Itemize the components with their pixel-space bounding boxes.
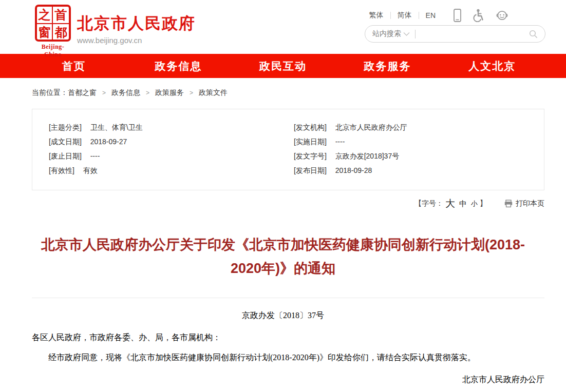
meta-value: 卫生、体育\卫生 (90, 123, 143, 131)
meta-value: 2018-09-27 (90, 138, 127, 146)
meta-row-issuing-body: [发文机构] 北京市人民政府办公厅 (294, 123, 539, 132)
breadcrumb-separator: > (146, 89, 149, 96)
divider (415, 30, 416, 38)
search-icon (529, 30, 538, 38)
meta-value: ---- (335, 138, 345, 146)
lang-link-traditional[interactable]: 繁体 (363, 11, 390, 20)
meta-label: [发文机构] (294, 123, 327, 131)
meta-row-publish-date: [发布日期] 2018-09-28 (294, 166, 539, 175)
font-size-small-button[interactable]: 小 (471, 199, 478, 208)
meta-row-written-date: [成文日期] 2018-09-27 (49, 138, 294, 146)
doc-number: 京政办发〔2018〕37号 (0, 310, 566, 321)
seal-char: 窗 (37, 24, 53, 41)
site-header: 之 首 窗 都 Beijing-China 北京市人民政府 www.beijin… (0, 0, 566, 54)
breadcrumb-item-policy-docs[interactable]: 政策文件 (199, 88, 228, 97)
site-search-bar: 站内搜索 (365, 25, 545, 43)
meta-col-right: [发文机构] 北京市人民政府办公厅 [实施日期] ---- [发文字号] 京政办… (294, 123, 539, 181)
meta-label: [发布日期] (294, 166, 327, 174)
font-size-large-button[interactable]: 大 (445, 197, 455, 210)
seal-char: 首 (53, 7, 69, 24)
search-button[interactable] (529, 30, 538, 38)
logo-caption: Beijing-China (33, 43, 73, 58)
site-logo[interactable]: 之 首 窗 都 Beijing-China (33, 5, 73, 58)
printer-icon (504, 200, 513, 208)
document-meta-box: [主题分类] 卫生、体育\卫生 [成文日期] 2018-09-27 [废止日期]… (32, 109, 544, 190)
meta-label: [实施日期] (294, 138, 327, 146)
breadcrumb-prefix: 当前位置： (32, 88, 68, 97)
mobile-icon[interactable] (454, 9, 461, 22)
meta-row-validity: [有效性] 有效 (49, 166, 294, 175)
search-category-label: 站内搜索 (372, 29, 401, 38)
meta-label: [主题分类] (49, 123, 82, 131)
font-size-suffix: 】 (480, 199, 487, 208)
meta-label: [废止日期] (49, 152, 82, 160)
meta-row-topic: [主题分类] 卫生、体育\卫生 (49, 123, 294, 132)
nav-item-services[interactable]: 政务服务 (335, 54, 440, 78)
breadcrumb-item-capital-window[interactable]: 首都之窗 (68, 88, 97, 97)
body-paragraph: 经市政府同意，现将《北京市加快医药健康协同创新行动计划(2018-2020年)》… (32, 351, 544, 364)
meta-row-repeal-date: [废止日期] ---- (49, 152, 294, 161)
search-category-dropdown[interactable]: 站内搜索 (372, 29, 410, 38)
meta-value: 2018-09-28 (335, 166, 372, 174)
top-utility-bar: 繁体 简体 EN (363, 9, 508, 22)
meta-value: 北京市人民政府办公厅 (335, 123, 407, 131)
capital-window-seal: 之 首 窗 都 (35, 5, 71, 42)
meta-label: [有效性] (49, 166, 74, 174)
meta-value: 有效 (83, 166, 98, 174)
salutation: 各区人民政府，市政府各委、办、局，各市属机构： (32, 332, 544, 343)
nav-item-culture[interactable]: 人文北京 (440, 54, 544, 78)
accessibility-icon[interactable] (473, 9, 484, 22)
site-title-block: 北京市人民政府 www.beijing.gov.cn (77, 13, 196, 45)
main-nav: 首页 政务信息 政民互动 政务服务 人文北京 (0, 54, 566, 78)
breadcrumb-separator: > (190, 89, 193, 96)
breadcrumb-item-policy-service[interactable]: 政策服务 (155, 88, 184, 97)
nav-item-interaction[interactable]: 政民互动 (231, 54, 335, 78)
chevron-down-icon (403, 32, 410, 36)
lang-link-en[interactable]: EN (419, 11, 442, 19)
meta-label: [成文日期] (49, 138, 82, 146)
lang-link-simplified[interactable]: 简体 (391, 11, 419, 20)
print-button[interactable]: 打印本页 (504, 199, 544, 208)
assistant-icon[interactable] (496, 9, 508, 22)
meta-row-effective-date: [实施日期] ---- (294, 138, 539, 146)
site-url: www.beijing.gov.cn (77, 36, 196, 45)
signer: 北京市人民政府办公厅 (0, 375, 544, 385)
breadcrumb: 当前位置： 首都之窗 > 政务信息 > 政策服务 > 政策文件 (32, 88, 544, 97)
meta-label: [发文字号] (294, 152, 327, 160)
print-label: 打印本页 (516, 199, 544, 208)
seal-char: 之 (37, 7, 53, 24)
breadcrumb-item-gov-info[interactable]: 政务信息 (111, 88, 140, 97)
article-title: 北京市人民政府办公厅关于印发《北京市加快医药健康协同创新行动计划(2018-20… (39, 233, 527, 280)
nav-item-gov-info[interactable]: 政务信息 (126, 54, 231, 78)
meta-value: 京政办发[2018]37号 (335, 152, 400, 160)
meta-value: ---- (90, 152, 100, 160)
font-size-medium-button[interactable]: 中 (459, 199, 467, 209)
breadcrumb-separator: > (102, 89, 106, 96)
divider (32, 298, 544, 298)
search-input[interactable] (421, 30, 529, 38)
article-toolbar: 【字号： 大 中 小 】 打印本页 (0, 197, 544, 210)
meta-row-doc-symbol: [发文字号] 京政办发[2018]37号 (294, 152, 539, 161)
font-size-prefix: 【字号： (414, 199, 443, 208)
seal-char: 都 (53, 24, 69, 41)
meta-col-left: [主题分类] 卫生、体育\卫生 [成文日期] 2018-09-27 [废止日期]… (49, 123, 294, 181)
site-name: 北京市人民政府 (77, 13, 196, 34)
